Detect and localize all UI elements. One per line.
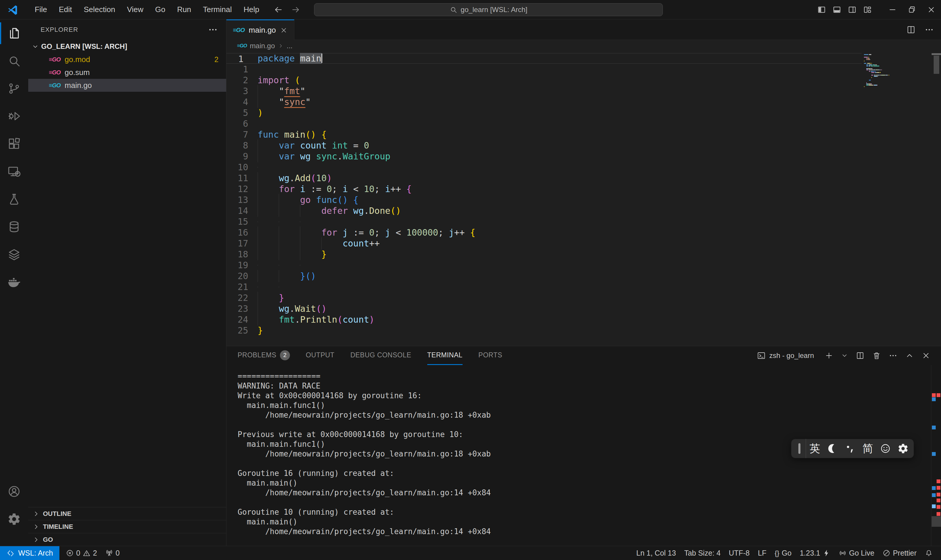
code-line[interactable]: 8var count int = 0 bbox=[226, 140, 862, 151]
code-line[interactable]: 17count++ bbox=[226, 238, 862, 249]
minimize-button[interactable] bbox=[883, 0, 902, 19]
remote-indicator[interactable]: WSL: Arch bbox=[0, 546, 59, 560]
close-tab-icon[interactable] bbox=[280, 26, 288, 34]
close-panel-icon[interactable] bbox=[922, 351, 930, 360]
status-prettier[interactable]: Prettier bbox=[878, 546, 921, 560]
problems-status[interactable]: 0 2 bbox=[62, 546, 101, 560]
ime-simplified[interactable]: 简 bbox=[859, 439, 876, 458]
ime-drag-handle[interactable] bbox=[793, 439, 806, 458]
maximize-panel-icon[interactable] bbox=[905, 351, 914, 360]
code-line[interactable]: 21 bbox=[226, 282, 862, 292]
activity-testing[interactable] bbox=[0, 185, 28, 213]
status-tab-size-4[interactable]: Tab Size: 4 bbox=[680, 546, 725, 560]
ime-emoji[interactable] bbox=[876, 439, 894, 458]
activity-explorer[interactable] bbox=[0, 19, 28, 47]
code-line[interactable]: 19 bbox=[226, 260, 862, 271]
panel-tab-problems[interactable]: PROBLEMS2 bbox=[238, 346, 290, 365]
command-center-search[interactable]: go_learn [WSL: Arch] bbox=[314, 3, 663, 16]
status-utf-8[interactable]: UTF-8 bbox=[724, 546, 754, 560]
code-line[interactable]: 20}() bbox=[226, 271, 862, 282]
split-editor-icon[interactable] bbox=[906, 25, 916, 34]
code-line[interactable]: 18} bbox=[226, 249, 862, 260]
code-line[interactable]: 11wg.Add(10) bbox=[226, 173, 862, 183]
code-line[interactable]: 5) bbox=[226, 107, 862, 118]
back-arrow-icon[interactable] bbox=[274, 5, 283, 14]
code-line[interactable]: 15 bbox=[226, 216, 862, 227]
terminal-scrollbar-thumb[interactable] bbox=[932, 516, 941, 527]
activity-docker[interactable] bbox=[0, 268, 28, 296]
terminal-output[interactable]: ==================WARNING: DATA RACEWrit… bbox=[238, 371, 923, 546]
status-ln-1-col-13[interactable]: Ln 1, Col 13 bbox=[632, 546, 680, 560]
ime-half-width[interactable] bbox=[824, 439, 841, 458]
explorer-root-folder[interactable]: GO_LEARN [WSL: ARCH] bbox=[28, 40, 226, 53]
code-line[interactable]: 23wg.Wait() bbox=[226, 303, 862, 314]
menu-go[interactable]: Go bbox=[149, 3, 171, 17]
menu-view[interactable]: View bbox=[121, 3, 149, 17]
activity-source-control[interactable] bbox=[0, 75, 28, 102]
toggle-panel-icon[interactable] bbox=[832, 5, 842, 14]
status-lf[interactable]: LF bbox=[754, 546, 770, 560]
code-line[interactable]: 24fmt.Println(count) bbox=[226, 314, 862, 325]
toggle-secondary-sidebar-icon[interactable] bbox=[847, 5, 857, 14]
breadcrumb-file[interactable]: main.go bbox=[250, 42, 275, 50]
file-item-go.sum[interactable]: ≡GOgo.sum bbox=[28, 66, 226, 79]
activity-database[interactable] bbox=[0, 213, 28, 241]
new-terminal-icon[interactable] bbox=[824, 351, 833, 360]
sidebar-section-go[interactable]: GO bbox=[28, 533, 226, 546]
menu-terminal[interactable]: Terminal bbox=[197, 3, 238, 17]
terminal-overview-ruler[interactable] bbox=[931, 365, 941, 546]
terminal-session-select[interactable]: zsh - go_learn bbox=[757, 351, 814, 360]
editor-overview-ruler[interactable] bbox=[932, 52, 941, 346]
activity-settings[interactable] bbox=[0, 505, 28, 533]
terminal-profile-chevron-icon[interactable] bbox=[841, 352, 848, 359]
file-item-main.go[interactable]: ≡GOmain.go bbox=[28, 79, 226, 92]
menu-help[interactable]: Help bbox=[238, 3, 265, 17]
code-line[interactable]: 7func main() { bbox=[226, 129, 862, 140]
breadcrumb-symbol[interactable]: ... bbox=[287, 42, 292, 50]
code-line[interactable]: 25} bbox=[226, 325, 862, 336]
activity-layers[interactable] bbox=[0, 241, 28, 268]
ime-english-mode[interactable]: 英 bbox=[806, 439, 824, 458]
code-line[interactable]: 12for i := 0; i < 10; i++ { bbox=[226, 183, 862, 194]
toggle-sidebar-icon[interactable] bbox=[817, 5, 826, 14]
close-window-button[interactable] bbox=[922, 0, 941, 19]
breadcrumb[interactable]: ≡GO main.go ... bbox=[226, 40, 941, 52]
ime-punctuation[interactable] bbox=[841, 439, 859, 458]
activity-search[interactable] bbox=[0, 47, 28, 75]
code-line[interactable]: 22} bbox=[226, 292, 862, 303]
customize-layout-icon[interactable] bbox=[863, 5, 872, 14]
code-line[interactable]: 2import ( bbox=[226, 75, 862, 86]
panel-tab-ports[interactable]: PORTS bbox=[478, 346, 502, 365]
status-go-live[interactable]: Go Live bbox=[835, 546, 878, 560]
code-line[interactable]: 10 bbox=[226, 162, 862, 173]
ime-settings[interactable] bbox=[894, 439, 912, 458]
menu-file[interactable]: File bbox=[29, 3, 53, 17]
panel-tab-debug-console[interactable]: DEBUG CONSOLE bbox=[350, 346, 411, 365]
code-line[interactable]: 9var wg sync.WaitGroup bbox=[226, 151, 862, 162]
restore-button[interactable] bbox=[902, 0, 922, 19]
activity-extensions[interactable] bbox=[0, 130, 28, 158]
code-line[interactable]: 6 bbox=[226, 118, 862, 129]
menu-run[interactable]: Run bbox=[171, 3, 197, 17]
activity-account[interactable] bbox=[0, 478, 28, 505]
kill-terminal-icon[interactable] bbox=[872, 351, 881, 360]
forward-arrow-icon[interactable] bbox=[291, 5, 301, 14]
code-line[interactable]: 16for j := 0; j < 100000; j++ { bbox=[226, 227, 862, 238]
panel-more-actions-icon[interactable] bbox=[889, 351, 898, 360]
code-line[interactable]: 13go func() { bbox=[226, 194, 862, 205]
split-terminal-icon[interactable] bbox=[856, 351, 864, 360]
code-line[interactable]: 1 bbox=[226, 64, 862, 75]
menu-selection[interactable]: Selection bbox=[78, 3, 121, 17]
code-line[interactable]: 14defer wg.Done() bbox=[226, 205, 862, 216]
editor-more-actions-icon[interactable] bbox=[924, 25, 934, 34]
activity-run-debug[interactable] bbox=[0, 102, 28, 130]
status-go[interactable]: {}Go bbox=[770, 546, 795, 560]
code-line[interactable]: 3"fmt" bbox=[226, 86, 862, 97]
code-line[interactable]: 1package main bbox=[226, 53, 862, 64]
panel-tab-output[interactable]: OUTPUT bbox=[306, 346, 335, 365]
file-item-go.mod[interactable]: ≡GOgo.mod2 bbox=[28, 53, 226, 66]
panel-tab-terminal[interactable]: TERMINAL bbox=[427, 346, 463, 365]
ports-status[interactable]: 0 bbox=[101, 546, 124, 560]
code-line[interactable]: 4"sync" bbox=[226, 97, 862, 107]
sidebar-section-timeline[interactable]: TIMELINE bbox=[28, 520, 226, 533]
